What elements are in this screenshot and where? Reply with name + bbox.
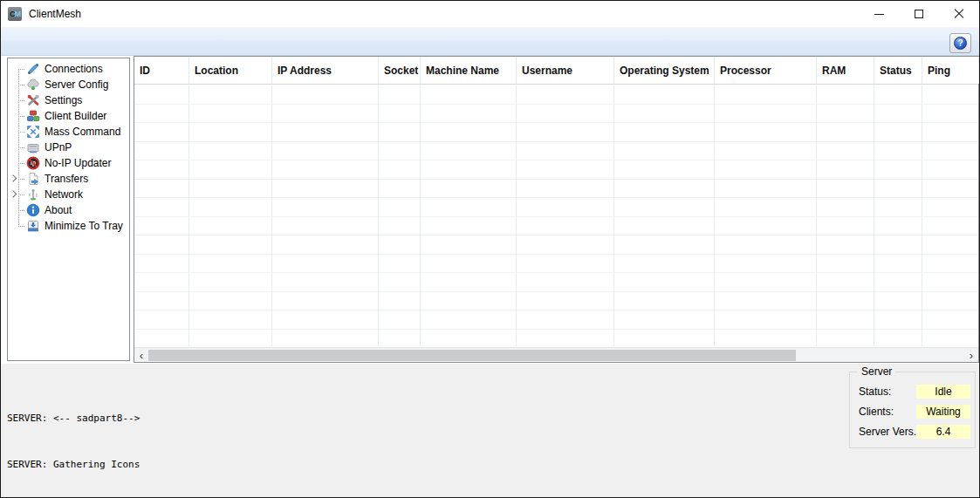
sidebar-item-settings[interactable]: Settings: [8, 92, 129, 108]
connections-icon: [26, 62, 40, 76]
table-body-column: [817, 85, 874, 346]
settings-icon: [26, 93, 40, 107]
toolbar: ?: [1, 27, 979, 56]
column-header-id[interactable]: ID: [134, 57, 189, 84]
titlebar[interactable]: CM ClientMesh: [1, 1, 979, 27]
column-header-label: Processor: [720, 65, 771, 77]
sidebar-item-client-builder[interactable]: Client Builder: [8, 108, 129, 124]
sidebar-item-label: Client Builder: [45, 110, 106, 122]
no-ip-updater-icon: ip: [26, 156, 40, 170]
maximize-button[interactable]: [899, 1, 939, 27]
sidebar-item-no-ip-updater[interactable]: ip No-IP Updater: [8, 155, 129, 171]
table-body[interactable]: [134, 85, 978, 346]
table-body-column: [189, 85, 272, 346]
column-header-ping[interactable]: Ping: [922, 57, 979, 84]
network-icon: [26, 188, 40, 201]
column-header-label: Socket: [384, 65, 418, 77]
column-header-label: IP Address: [278, 65, 332, 77]
minimize-icon: [874, 14, 884, 15]
table-body-column: [134, 85, 189, 346]
column-header-machine-name[interactable]: Machine Name: [421, 57, 517, 84]
table-body-column: [874, 85, 922, 346]
table-body-column: [715, 85, 817, 346]
sidebar-item-label: No-IP Updater: [45, 157, 111, 169]
table-body-column: [517, 85, 614, 346]
help-button[interactable]: ?: [949, 33, 971, 53]
close-icon: [954, 9, 964, 19]
horizontal-scrollbar[interactable]: ‹ ›: [134, 347, 978, 362]
sidebar-item-network[interactable]: Network: [8, 187, 129, 202]
table-body-column: [421, 85, 517, 346]
expand-chevron-icon[interactable]: [10, 174, 17, 181]
help-icon: ?: [954, 37, 967, 50]
scrollbar-thumb[interactable]: [148, 350, 796, 361]
server-groupbox-title: Server: [858, 365, 895, 378]
upnp-icon: [26, 140, 40, 154]
sidebar-item-label: Mass Command: [45, 126, 120, 138]
sidebar-item-minimize-to-tray[interactable]: Minimize To Tray: [8, 218, 129, 234]
mass-command-icon: [26, 125, 40, 139]
table-body-column: [614, 85, 715, 346]
sidebar-item-mass-command[interactable]: Mass Command: [8, 124, 129, 140]
column-header-operating-system[interactable]: Operating System: [614, 57, 715, 84]
app-logo-icon: CM: [8, 7, 22, 21]
column-header-ip-address[interactable]: IP Address: [272, 57, 379, 84]
column-header-label: Operating System: [620, 65, 709, 77]
sidebar: Connections Server Config Settings: [7, 58, 130, 361]
table-body-column: [272, 85, 379, 346]
server-config-icon: [26, 78, 40, 92]
sidebar-item-label: Transfers: [45, 173, 88, 185]
table-header-row: ID Location IP Address Socket Machine Na…: [134, 57, 978, 85]
column-header-status[interactable]: Status: [874, 57, 922, 84]
scroll-right-icon[interactable]: ›: [964, 348, 978, 362]
column-header-location[interactable]: Location: [189, 57, 272, 84]
close-button[interactable]: [939, 1, 979, 27]
sidebar-item-server-config[interactable]: Server Config: [8, 77, 129, 92]
column-header-processor[interactable]: Processor: [715, 57, 817, 84]
sidebar-item-upnp[interactable]: UPnP: [8, 140, 129, 155]
window-controls: [859, 1, 979, 27]
clientmesh-window: CM ClientMesh ? Connections: [0, 0, 980, 498]
logo-letter-m: M: [15, 10, 21, 18]
server-field-value-server-vers: 6.4: [916, 425, 970, 439]
sidebar-item-about[interactable]: About: [8, 202, 129, 218]
column-header-label: Ping: [928, 65, 950, 77]
scroll-left-icon[interactable]: ‹: [134, 348, 148, 362]
about-icon: [26, 203, 40, 217]
column-header-socket[interactable]: Socket: [379, 57, 421, 84]
sidebar-item-label: UPnP: [45, 141, 72, 153]
column-header-label: RAM: [822, 65, 846, 77]
client-builder-icon: [26, 109, 40, 123]
log-line: SERVER: <-- sadpart8-->: [7, 413, 348, 424]
log-line: SERVER: Gathering Icons: [7, 459, 348, 470]
server-field-value-clients: Waiting: [916, 405, 970, 419]
expand-chevron-icon[interactable]: [10, 190, 17, 197]
server-field-label-status: Status:: [859, 385, 891, 398]
server-groupbox: Server Status: Idle Clients: Waiting Ser…: [849, 372, 976, 448]
sidebar-item-label: About: [45, 204, 72, 216]
sidebar-item-transfers[interactable]: Transfers: [8, 171, 129, 187]
column-header-username[interactable]: Username: [517, 57, 614, 84]
transfers-icon: [26, 172, 40, 186]
sidebar-item-label: Network: [45, 188, 83, 201]
sidebar-item-label: Minimize To Tray: [45, 220, 123, 232]
server-field-row: Status: Idle: [859, 384, 970, 399]
sidebar-item-label: Connections: [45, 63, 103, 75]
server-fields: Status: Idle Clients: Waiting Server Ver…: [850, 372, 975, 439]
minimize-to-tray-icon: [26, 219, 40, 233]
table-body-column: [379, 85, 421, 346]
sidebar-tree: Connections Server Config Settings: [8, 58, 129, 360]
column-header-ram[interactable]: RAM: [817, 57, 874, 84]
column-header-label: Status: [880, 65, 912, 77]
server-field-label-server-vers: Server Vers.: [859, 426, 916, 438]
minimize-button[interactable]: [859, 1, 899, 27]
maximize-icon: [915, 10, 923, 18]
sidebar-item-label: Server Config: [45, 78, 108, 91]
window-title: ClientMesh: [29, 8, 81, 20]
server-field-label-clients: Clients:: [859, 406, 894, 418]
clients-table: ID Location IP Address Socket Machine Na…: [134, 56, 979, 363]
column-header-label: Machine Name: [426, 65, 499, 77]
column-header-label: Username: [522, 65, 572, 77]
sidebar-item-label: Settings: [45, 94, 82, 106]
sidebar-item-connections[interactable]: Connections: [8, 61, 129, 77]
